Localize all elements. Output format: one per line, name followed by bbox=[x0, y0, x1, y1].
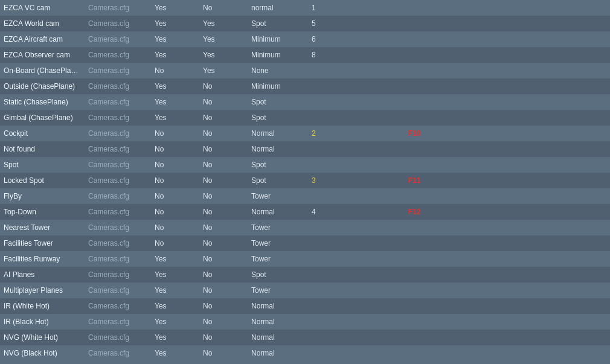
row-col4: No bbox=[199, 0, 248, 16]
row-col3: No bbox=[151, 204, 199, 220]
row-col4: No bbox=[199, 173, 248, 188]
row-col5: Normal bbox=[248, 314, 308, 330]
row-col4: No bbox=[199, 330, 248, 345]
row-col8: F10 bbox=[405, 126, 453, 141]
row-name: EZCA Aircraft cam bbox=[0, 31, 85, 47]
row-col8 bbox=[405, 267, 453, 283]
row-col4: Yes bbox=[199, 47, 248, 63]
row-col11 bbox=[562, 94, 610, 110]
row-col9 bbox=[453, 78, 513, 94]
row-col4: Yes bbox=[199, 31, 248, 47]
row-col11 bbox=[562, 157, 610, 173]
table-row: NVG (Black Hot)Cameras.cfgYesNoNormal bbox=[0, 345, 610, 361]
row-col4: Yes bbox=[199, 16, 248, 31]
row-col3: No bbox=[151, 157, 199, 173]
row-col5: Spot bbox=[248, 94, 308, 110]
row-col5: Normal bbox=[248, 345, 308, 361]
row-col9 bbox=[453, 345, 513, 361]
row-col10 bbox=[513, 345, 562, 361]
row-col8 bbox=[405, 78, 453, 94]
row-col3: No bbox=[151, 188, 199, 204]
row-name: On-Board (ChasePlane) bbox=[0, 63, 85, 78]
row-col11 bbox=[562, 251, 610, 267]
row-file: Cameras.cfg bbox=[85, 251, 151, 267]
row-col4: No bbox=[199, 157, 248, 173]
row-col5: Normal bbox=[248, 330, 308, 345]
row-col3: Yes bbox=[151, 251, 199, 267]
row-col5: Spot bbox=[248, 173, 308, 188]
row-col6 bbox=[308, 157, 356, 173]
row-col9 bbox=[453, 16, 513, 31]
row-col11 bbox=[562, 110, 610, 126]
row-file: Cameras.cfg bbox=[85, 31, 151, 47]
row-col10 bbox=[513, 173, 562, 188]
row-col9 bbox=[453, 204, 513, 220]
table-row: AI PlanesCameras.cfgYesNoSpot bbox=[0, 267, 610, 283]
row-name: Not found bbox=[0, 141, 85, 157]
row-file: Cameras.cfg bbox=[85, 298, 151, 314]
row-col6 bbox=[308, 94, 356, 110]
row-col8 bbox=[405, 235, 453, 251]
row-col10 bbox=[513, 235, 562, 251]
row-name: Spot bbox=[0, 157, 85, 173]
row-col9 bbox=[453, 126, 513, 141]
table-container[interactable]: EZCA VC camCameras.cfgYesNonormal1EZCA W… bbox=[0, 0, 610, 364]
row-col11 bbox=[562, 47, 610, 63]
data-table: EZCA VC camCameras.cfgYesNonormal1EZCA W… bbox=[0, 0, 610, 361]
row-col7 bbox=[356, 298, 405, 314]
row-col11 bbox=[562, 173, 610, 188]
row-col5: Normal bbox=[248, 298, 308, 314]
row-col5: Spot bbox=[248, 267, 308, 283]
row-col10 bbox=[513, 47, 562, 63]
row-col11 bbox=[562, 63, 610, 78]
row-col6 bbox=[308, 110, 356, 126]
row-col4: No bbox=[199, 283, 248, 298]
row-col9 bbox=[453, 298, 513, 314]
row-col3: Yes bbox=[151, 283, 199, 298]
row-col6 bbox=[308, 220, 356, 235]
row-file: Cameras.cfg bbox=[85, 94, 151, 110]
row-col10 bbox=[513, 110, 562, 126]
row-col10 bbox=[513, 283, 562, 298]
row-col3: No bbox=[151, 126, 199, 141]
row-name: Cockpit bbox=[0, 126, 85, 141]
table-row: IR (White Hot)Cameras.cfgYesNoNormal bbox=[0, 298, 610, 314]
row-col6 bbox=[308, 283, 356, 298]
row-col6: 8 bbox=[308, 47, 356, 63]
row-col8: F12 bbox=[405, 204, 453, 220]
row-col4: No bbox=[199, 345, 248, 361]
row-col4: No bbox=[199, 267, 248, 283]
row-col7 bbox=[356, 173, 405, 188]
row-file: Cameras.cfg bbox=[85, 283, 151, 298]
row-col9 bbox=[453, 141, 513, 157]
row-file: Cameras.cfg bbox=[85, 110, 151, 126]
row-col3: Yes bbox=[151, 47, 199, 63]
row-name: Gimbal (ChasePlane) bbox=[0, 110, 85, 126]
row-col8 bbox=[405, 188, 453, 204]
row-col7 bbox=[356, 78, 405, 94]
row-col3: Yes bbox=[151, 0, 199, 16]
row-name: Facilities Runway bbox=[0, 251, 85, 267]
row-name: EZCA World cam bbox=[0, 16, 85, 31]
row-col9 bbox=[453, 251, 513, 267]
row-col10 bbox=[513, 330, 562, 345]
row-col3: Yes bbox=[151, 78, 199, 94]
row-col11 bbox=[562, 188, 610, 204]
row-col7 bbox=[356, 220, 405, 235]
row-col8: F11 bbox=[405, 173, 453, 188]
table-row: Top-DownCameras.cfgNoNoNormal4F12 bbox=[0, 204, 610, 220]
table-row: Gimbal (ChasePlane)Cameras.cfgYesNoSpot bbox=[0, 110, 610, 126]
row-col3: No bbox=[151, 173, 199, 188]
row-col11 bbox=[562, 31, 610, 47]
row-col11 bbox=[562, 298, 610, 314]
row-col7 bbox=[356, 345, 405, 361]
row-col10 bbox=[513, 16, 562, 31]
row-file: Cameras.cfg bbox=[85, 235, 151, 251]
row-name: Top-Down bbox=[0, 204, 85, 220]
row-col6 bbox=[308, 78, 356, 94]
row-file: Cameras.cfg bbox=[85, 220, 151, 235]
table-row: SpotCameras.cfgNoNoSpot bbox=[0, 157, 610, 173]
row-col7 bbox=[356, 235, 405, 251]
row-col10 bbox=[513, 298, 562, 314]
row-col11 bbox=[562, 16, 610, 31]
